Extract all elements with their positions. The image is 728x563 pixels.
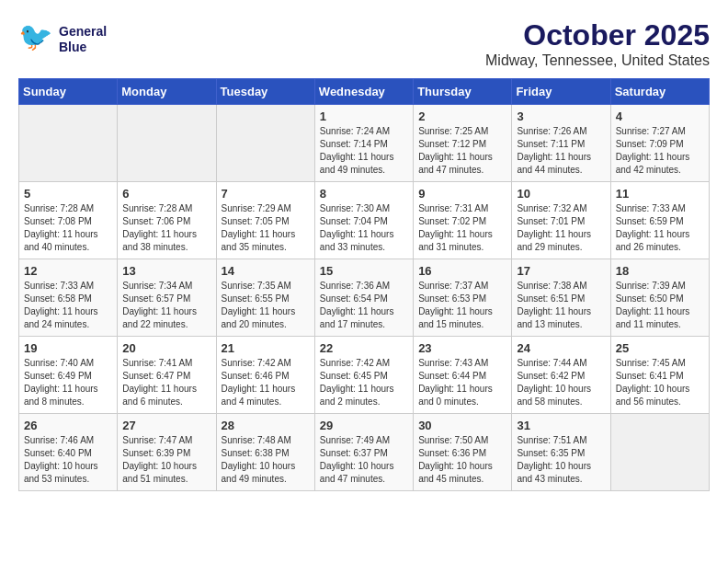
day-number: 27 [122, 419, 210, 432]
day-number: 26 [24, 419, 112, 432]
calendar-table: SundayMondayTuesdayWednesdayThursdayFrid… [18, 78, 710, 491]
calendar-cell: 3Sunrise: 7:26 AM Sunset: 7:11 PM Daylig… [512, 105, 610, 182]
day-number: 1 [320, 109, 408, 123]
calendar-cell: 30Sunrise: 7:50 AM Sunset: 6:36 PM Dayli… [414, 414, 512, 491]
day-number: 2 [418, 109, 506, 123]
day-number: 15 [320, 264, 408, 278]
calendar-cell: 5Sunrise: 7:28 AM Sunset: 7:08 PM Daylig… [19, 182, 118, 259]
day-number: 14 [222, 264, 310, 278]
calendar-cell: 16Sunrise: 7:37 AM Sunset: 6:53 PM Dayli… [414, 259, 512, 337]
day-number: 18 [616, 264, 704, 278]
day-number: 9 [418, 187, 506, 201]
calendar-cell [118, 105, 216, 182]
day-number: 11 [616, 187, 704, 201]
day-info: Sunrise: 7:25 AM Sunset: 7:12 PM Dayligh… [418, 125, 506, 177]
calendar-cell: 26Sunrise: 7:46 AM Sunset: 6:40 PM Dayli… [19, 414, 118, 491]
day-number: 7 [222, 187, 310, 201]
calendar-cell: 24Sunrise: 7:44 AM Sunset: 6:42 PM Dayli… [512, 337, 610, 414]
calendar-cell: 4Sunrise: 7:27 AM Sunset: 7:09 PM Daylig… [610, 105, 709, 182]
day-info: Sunrise: 7:38 AM Sunset: 6:51 PM Dayligh… [517, 280, 605, 331]
calendar-cell: 27Sunrise: 7:47 AM Sunset: 6:39 PM Dayli… [118, 414, 216, 491]
svg-text:🐦: 🐦 [18, 20, 53, 53]
day-number: 5 [24, 187, 112, 201]
weekday-header-sunday: Sunday [19, 79, 118, 105]
calendar-cell: 13Sunrise: 7:34 AM Sunset: 6:57 PM Dayli… [118, 259, 216, 337]
day-number: 19 [24, 341, 112, 355]
day-info: Sunrise: 7:48 AM Sunset: 6:38 PM Dayligh… [222, 434, 310, 486]
weekday-header-thursday: Thursday [414, 79, 512, 105]
day-number: 24 [517, 341, 605, 355]
calendar-cell: 8Sunrise: 7:30 AM Sunset: 7:04 PM Daylig… [314, 182, 413, 259]
week-row-4: 19Sunrise: 7:40 AM Sunset: 6:49 PM Dayli… [19, 337, 710, 414]
day-number: 4 [616, 109, 704, 123]
calendar-cell: 22Sunrise: 7:42 AM Sunset: 6:45 PM Dayli… [314, 337, 413, 414]
day-info: Sunrise: 7:30 AM Sunset: 7:04 PM Dayligh… [320, 202, 408, 254]
month-title: October 2025 [485, 18, 710, 52]
calendar-cell: 18Sunrise: 7:39 AM Sunset: 6:50 PM Dayli… [610, 259, 709, 337]
day-number: 17 [517, 264, 605, 278]
day-info: Sunrise: 7:47 AM Sunset: 6:39 PM Dayligh… [122, 434, 210, 486]
week-row-3: 12Sunrise: 7:33 AM Sunset: 6:58 PM Dayli… [19, 259, 710, 337]
week-row-2: 5Sunrise: 7:28 AM Sunset: 7:08 PM Daylig… [19, 182, 710, 259]
calendar-cell: 9Sunrise: 7:31 AM Sunset: 7:02 PM Daylig… [414, 182, 512, 259]
calendar-cell [216, 105, 314, 182]
location-title: Midway, Tennessee, United States [485, 52, 710, 69]
week-row-1: 1Sunrise: 7:24 AM Sunset: 7:14 PM Daylig… [19, 105, 710, 182]
day-number: 29 [320, 419, 408, 432]
day-number: 31 [517, 419, 605, 432]
day-info: Sunrise: 7:27 AM Sunset: 7:09 PM Dayligh… [616, 125, 704, 177]
day-info: Sunrise: 7:42 AM Sunset: 6:45 PM Dayligh… [320, 357, 408, 408]
day-info: Sunrise: 7:28 AM Sunset: 7:08 PM Dayligh… [24, 202, 112, 254]
calendar-cell [610, 414, 709, 491]
day-info: Sunrise: 7:35 AM Sunset: 6:55 PM Dayligh… [222, 280, 310, 331]
day-info: Sunrise: 7:26 AM Sunset: 7:11 PM Dayligh… [517, 125, 605, 177]
logo-text: General Blue [59, 24, 107, 55]
calendar-cell: 31Sunrise: 7:51 AM Sunset: 6:35 PM Dayli… [512, 414, 610, 491]
day-info: Sunrise: 7:39 AM Sunset: 6:50 PM Dayligh… [616, 280, 704, 331]
calendar-cell [19, 105, 118, 182]
day-info: Sunrise: 7:33 AM Sunset: 6:59 PM Dayligh… [616, 202, 704, 254]
day-info: Sunrise: 7:28 AM Sunset: 7:06 PM Dayligh… [122, 202, 210, 254]
day-number: 8 [320, 187, 408, 201]
day-info: Sunrise: 7:34 AM Sunset: 6:57 PM Dayligh… [122, 280, 210, 331]
day-number: 6 [122, 187, 210, 201]
weekday-header-saturday: Saturday [610, 79, 709, 105]
calendar-cell: 2Sunrise: 7:25 AM Sunset: 7:12 PM Daylig… [414, 105, 512, 182]
day-number: 3 [517, 109, 605, 123]
calendar-cell: 1Sunrise: 7:24 AM Sunset: 7:14 PM Daylig… [314, 105, 413, 182]
week-row-5: 26Sunrise: 7:46 AM Sunset: 6:40 PM Dayli… [19, 414, 710, 491]
calendar-cell: 10Sunrise: 7:32 AM Sunset: 7:01 PM Dayli… [512, 182, 610, 259]
day-number: 20 [122, 341, 210, 355]
calendar-cell: 20Sunrise: 7:41 AM Sunset: 6:47 PM Dayli… [118, 337, 216, 414]
page-header: 🐦 General Blue October 2025 Midway, Tenn… [18, 18, 710, 69]
day-number: 16 [418, 264, 506, 278]
day-number: 21 [222, 341, 310, 355]
day-info: Sunrise: 7:42 AM Sunset: 6:46 PM Dayligh… [222, 357, 310, 408]
calendar-cell: 6Sunrise: 7:28 AM Sunset: 7:06 PM Daylig… [118, 182, 216, 259]
day-number: 10 [517, 187, 605, 201]
calendar-cell: 28Sunrise: 7:48 AM Sunset: 6:38 PM Dayli… [216, 414, 314, 491]
calendar-cell: 21Sunrise: 7:42 AM Sunset: 6:46 PM Dayli… [216, 337, 314, 414]
day-info: Sunrise: 7:24 AM Sunset: 7:14 PM Dayligh… [320, 125, 408, 177]
calendar-cell: 29Sunrise: 7:49 AM Sunset: 6:37 PM Dayli… [314, 414, 413, 491]
calendar-cell: 17Sunrise: 7:38 AM Sunset: 6:51 PM Dayli… [512, 259, 610, 337]
day-info: Sunrise: 7:50 AM Sunset: 6:36 PM Dayligh… [418, 434, 506, 486]
day-info: Sunrise: 7:45 AM Sunset: 6:41 PM Dayligh… [616, 357, 704, 408]
day-info: Sunrise: 7:33 AM Sunset: 6:58 PM Dayligh… [24, 280, 112, 331]
weekday-header-wednesday: Wednesday [314, 79, 413, 105]
day-number: 25 [616, 341, 704, 355]
calendar-cell: 19Sunrise: 7:40 AM Sunset: 6:49 PM Dayli… [19, 337, 118, 414]
weekday-header-row: SundayMondayTuesdayWednesdayThursdayFrid… [19, 79, 710, 105]
calendar-cell: 25Sunrise: 7:45 AM Sunset: 6:41 PM Dayli… [610, 337, 709, 414]
day-info: Sunrise: 7:36 AM Sunset: 6:54 PM Dayligh… [320, 280, 408, 331]
title-section: October 2025 Midway, Tennessee, United S… [485, 18, 710, 69]
day-info: Sunrise: 7:44 AM Sunset: 6:42 PM Dayligh… [517, 357, 605, 408]
day-info: Sunrise: 7:43 AM Sunset: 6:44 PM Dayligh… [418, 357, 506, 408]
day-info: Sunrise: 7:32 AM Sunset: 7:01 PM Dayligh… [517, 202, 605, 254]
calendar-cell: 12Sunrise: 7:33 AM Sunset: 6:58 PM Dayli… [19, 259, 118, 337]
day-info: Sunrise: 7:41 AM Sunset: 6:47 PM Dayligh… [122, 357, 210, 408]
calendar-cell: 7Sunrise: 7:29 AM Sunset: 7:05 PM Daylig… [216, 182, 314, 259]
day-number: 12 [24, 264, 112, 278]
day-number: 28 [222, 419, 310, 432]
day-info: Sunrise: 7:37 AM Sunset: 6:53 PM Dayligh… [418, 280, 506, 331]
